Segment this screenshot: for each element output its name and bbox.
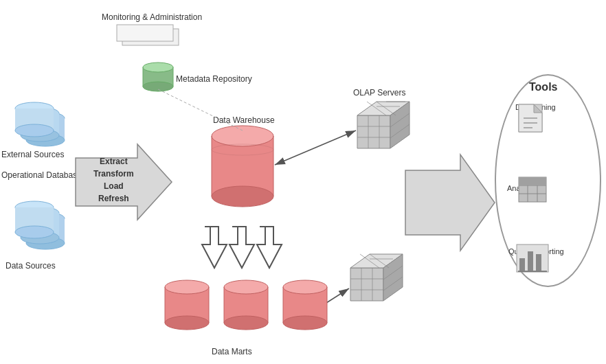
svg-marker-35 [229,227,254,268]
svg-rect-3 [117,25,173,41]
svg-point-5 [143,62,173,72]
svg-marker-36 [257,227,282,268]
svg-line-63 [275,130,356,165]
svg-marker-51 [350,268,383,301]
svg-rect-96 [536,254,541,271]
etl-label: ExtractTransformLoadRefresh [93,155,134,205]
svg-point-30 [212,186,273,207]
svg-point-68 [165,316,209,330]
svg-marker-37 [357,115,390,148]
svg-point-72 [224,280,268,294]
svg-point-73 [224,316,268,330]
svg-point-6 [143,82,173,91]
svg-point-77 [283,280,327,294]
svg-point-26 [15,226,54,238]
svg-rect-92 [519,177,546,185]
svg-rect-95 [528,251,533,271]
svg-marker-65 [405,155,495,251]
svg-point-29 [212,126,273,146]
svg-rect-94 [519,258,525,271]
svg-line-98 [158,89,243,130]
diagram-svg [0,0,606,364]
svg-marker-34 [202,227,227,268]
svg-point-78 [283,316,327,330]
svg-point-17 [15,124,54,137]
svg-point-67 [165,280,209,294]
diagram: Monitoring & Administration Metadata Rep… [0,0,606,364]
